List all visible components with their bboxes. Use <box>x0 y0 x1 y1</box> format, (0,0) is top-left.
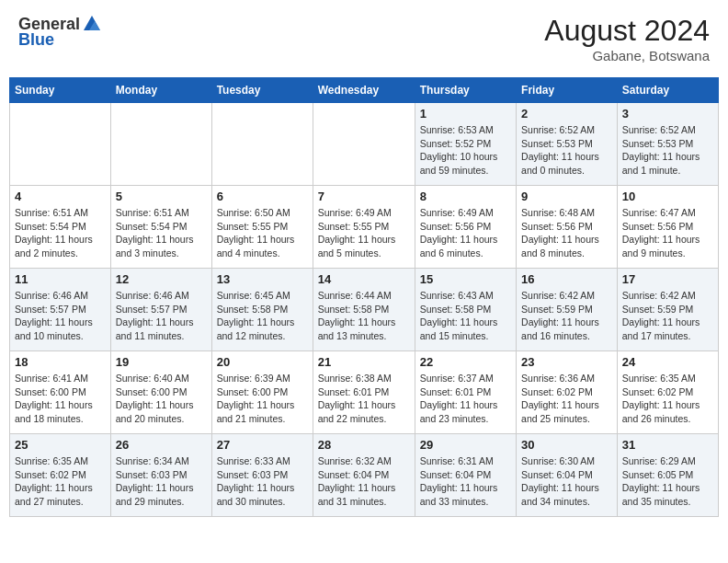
day-of-week-header: Thursday <box>415 78 516 103</box>
day-number: 16 <box>521 272 612 286</box>
day-info: Sunrise: 6:38 AMSunset: 6:01 PMDaylight:… <box>318 372 410 426</box>
day-number: 11 <box>15 272 106 286</box>
day-of-week-header: Wednesday <box>313 78 415 103</box>
calendar-week-row: 18Sunrise: 6:41 AMSunset: 6:00 PMDayligh… <box>10 351 719 434</box>
day-info: Sunrise: 6:31 AMSunset: 6:04 PMDaylight:… <box>420 454 511 509</box>
day-number: 5 <box>116 190 207 203</box>
calendar-cell: 9Sunrise: 6:48 AMSunset: 5:56 PMDaylight… <box>517 186 618 269</box>
day-info: Sunrise: 6:46 AMSunset: 5:57 PMDaylight:… <box>116 289 207 343</box>
calendar-week-row: 1Sunrise: 6:53 AMSunset: 5:52 PMDaylight… <box>10 103 719 186</box>
day-info: Sunrise: 6:39 AMSunset: 6:00 PMDaylight:… <box>217 372 308 426</box>
day-info: Sunrise: 6:42 AMSunset: 5:59 PMDaylight:… <box>622 289 713 343</box>
calendar-cell: 30Sunrise: 6:30 AMSunset: 6:04 PMDayligh… <box>517 434 618 517</box>
calendar-cell: 22Sunrise: 6:37 AMSunset: 6:01 PMDayligh… <box>415 351 516 434</box>
day-info: Sunrise: 6:36 AMSunset: 6:02 PMDaylight:… <box>521 372 612 426</box>
day-info: Sunrise: 6:43 AMSunset: 5:58 PMDaylight:… <box>420 289 511 343</box>
day-number: 30 <box>521 438 612 452</box>
day-info: Sunrise: 6:30 AMSunset: 6:04 PMDaylight:… <box>521 454 612 509</box>
day-info: Sunrise: 6:45 AMSunset: 5:58 PMDaylight:… <box>217 289 308 343</box>
day-number: 17 <box>622 272 713 286</box>
calendar-cell: 2Sunrise: 6:52 AMSunset: 5:53 PMDaylight… <box>517 103 618 186</box>
day-number: 28 <box>318 438 410 452</box>
day-number: 22 <box>420 355 511 369</box>
calendar-cell: 25Sunrise: 6:35 AMSunset: 6:02 PMDayligh… <box>10 434 111 517</box>
day-info: Sunrise: 6:37 AMSunset: 6:01 PMDaylight:… <box>420 372 511 426</box>
calendar-header-row: SundayMondayTuesdayWednesdayThursdayFrid… <box>10 78 719 103</box>
calendar-cell: 31Sunrise: 6:29 AMSunset: 6:05 PMDayligh… <box>617 434 718 517</box>
day-number: 24 <box>622 355 713 369</box>
calendar-week-row: 25Sunrise: 6:35 AMSunset: 6:02 PMDayligh… <box>10 434 719 517</box>
calendar-cell: 8Sunrise: 6:49 AMSunset: 5:56 PMDaylight… <box>415 186 516 269</box>
day-number: 23 <box>521 355 612 369</box>
day-info: Sunrise: 6:32 AMSunset: 6:04 PMDaylight:… <box>318 454 410 509</box>
calendar-week-row: 4Sunrise: 6:51 AMSunset: 5:54 PMDaylight… <box>10 186 719 269</box>
logo: General Blue <box>18 14 102 50</box>
calendar-cell: 17Sunrise: 6:42 AMSunset: 5:59 PMDayligh… <box>617 269 718 351</box>
page-header: General Blue August 2024 Gabane, Botswan… <box>9 9 719 68</box>
day-number: 7 <box>318 190 410 203</box>
calendar-cell: 7Sunrise: 6:49 AMSunset: 5:55 PMDaylight… <box>313 186 415 269</box>
day-of-week-header: Friday <box>517 78 618 103</box>
day-number: 21 <box>318 355 410 369</box>
day-number: 31 <box>622 438 713 452</box>
calendar-cell <box>211 103 313 186</box>
day-info: Sunrise: 6:48 AMSunset: 5:56 PMDaylight:… <box>521 206 612 260</box>
day-number: 14 <box>318 272 410 286</box>
day-number: 1 <box>420 107 511 121</box>
day-of-week-header: Monday <box>110 78 211 103</box>
calendar-cell: 4Sunrise: 6:51 AMSunset: 5:54 PMDaylight… <box>10 186 111 269</box>
day-info: Sunrise: 6:52 AMSunset: 5:53 PMDaylight:… <box>622 123 713 178</box>
day-number: 18 <box>15 355 106 369</box>
calendar-cell: 14Sunrise: 6:44 AMSunset: 5:58 PMDayligh… <box>313 269 415 351</box>
day-number: 10 <box>622 190 713 203</box>
calendar-cell: 15Sunrise: 6:43 AMSunset: 5:58 PMDayligh… <box>415 269 516 351</box>
calendar-cell: 13Sunrise: 6:45 AMSunset: 5:58 PMDayligh… <box>211 269 313 351</box>
day-of-week-header: Sunday <box>10 78 111 103</box>
calendar-table: SundayMondayTuesdayWednesdayThursdayFrid… <box>9 77 719 517</box>
calendar-cell <box>10 103 111 186</box>
title-block: August 2024 Gabane, Botswana <box>544 14 710 63</box>
day-number: 3 <box>622 107 713 121</box>
day-info: Sunrise: 6:42 AMSunset: 5:59 PMDaylight:… <box>521 289 612 343</box>
day-info: Sunrise: 6:51 AMSunset: 5:54 PMDaylight:… <box>15 206 106 260</box>
calendar-cell: 19Sunrise: 6:40 AMSunset: 6:00 PMDayligh… <box>110 351 211 434</box>
day-info: Sunrise: 6:29 AMSunset: 6:05 PMDaylight:… <box>622 454 713 509</box>
calendar-cell: 20Sunrise: 6:39 AMSunset: 6:00 PMDayligh… <box>211 351 313 434</box>
day-of-week-header: Saturday <box>617 78 718 103</box>
logo-icon <box>82 14 102 34</box>
calendar-cell: 5Sunrise: 6:51 AMSunset: 5:54 PMDaylight… <box>110 186 211 269</box>
day-number: 26 <box>116 438 207 452</box>
day-number: 19 <box>116 355 207 369</box>
day-info: Sunrise: 6:40 AMSunset: 6:00 PMDaylight:… <box>116 372 207 426</box>
calendar-cell: 6Sunrise: 6:50 AMSunset: 5:55 PMDaylight… <box>211 186 313 269</box>
day-number: 8 <box>420 190 511 203</box>
calendar-cell: 18Sunrise: 6:41 AMSunset: 6:00 PMDayligh… <box>10 351 111 434</box>
day-info: Sunrise: 6:49 AMSunset: 5:56 PMDaylight:… <box>420 206 511 260</box>
calendar-cell <box>110 103 211 186</box>
day-info: Sunrise: 6:34 AMSunset: 6:03 PMDaylight:… <box>116 454 207 509</box>
day-info: Sunrise: 6:52 AMSunset: 5:53 PMDaylight:… <box>521 123 612 178</box>
day-info: Sunrise: 6:49 AMSunset: 5:55 PMDaylight:… <box>318 206 410 260</box>
day-number: 20 <box>217 355 308 369</box>
calendar-cell: 28Sunrise: 6:32 AMSunset: 6:04 PMDayligh… <box>313 434 415 517</box>
day-number: 13 <box>217 272 308 286</box>
calendar-cell: 29Sunrise: 6:31 AMSunset: 6:04 PMDayligh… <box>415 434 516 517</box>
day-info: Sunrise: 6:33 AMSunset: 6:03 PMDaylight:… <box>217 454 308 509</box>
day-number: 25 <box>15 438 106 452</box>
logo-blue-text: Blue <box>18 30 54 50</box>
day-number: 15 <box>420 272 511 286</box>
location-title: Gabane, Botswana <box>544 48 710 63</box>
calendar-cell: 12Sunrise: 6:46 AMSunset: 5:57 PMDayligh… <box>110 269 211 351</box>
calendar-cell: 1Sunrise: 6:53 AMSunset: 5:52 PMDaylight… <box>415 103 516 186</box>
day-info: Sunrise: 6:41 AMSunset: 6:00 PMDaylight:… <box>15 372 106 426</box>
day-info: Sunrise: 6:47 AMSunset: 5:56 PMDaylight:… <box>622 206 713 260</box>
calendar-cell: 24Sunrise: 6:35 AMSunset: 6:02 PMDayligh… <box>617 351 718 434</box>
day-number: 12 <box>116 272 207 286</box>
day-number: 9 <box>521 190 612 203</box>
day-info: Sunrise: 6:35 AMSunset: 6:02 PMDaylight:… <box>622 372 713 426</box>
calendar-cell <box>313 103 415 186</box>
calendar-cell: 3Sunrise: 6:52 AMSunset: 5:53 PMDaylight… <box>617 103 718 186</box>
day-number: 27 <box>217 438 308 452</box>
day-number: 6 <box>217 190 308 203</box>
day-number: 29 <box>420 438 511 452</box>
